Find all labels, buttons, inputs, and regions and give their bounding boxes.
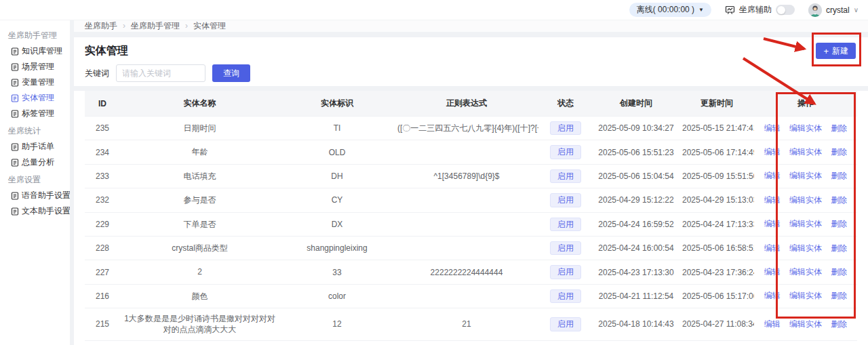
edit-entity-link[interactable]: 编辑实体 — [789, 219, 822, 228]
cell-updated-time: 2025-04-27 11:08:34 — [679, 308, 754, 340]
edit-link[interactable]: 编辑 — [764, 219, 781, 228]
edit-entity-link[interactable]: 编辑实体 — [789, 291, 822, 300]
cell-regex — [395, 284, 538, 308]
delete-link[interactable]: 删除 — [831, 319, 847, 329]
edit-entity-link[interactable]: 编辑实体 — [789, 267, 822, 277]
create-button[interactable]: + 新建 — [816, 43, 856, 59]
status-badge: 启用 — [550, 218, 581, 231]
breadcrumb-item[interactable]: 坐席助手 — [85, 20, 131, 32]
edit-link[interactable]: 编辑 — [764, 291, 781, 300]
edit-entity-link[interactable]: 编辑实体 — [789, 195, 822, 205]
edit-link[interactable]: 编辑 — [764, 171, 781, 180]
cell-entity-name: 参与是否 — [120, 188, 279, 212]
sidebar-entry-label: 实体管理 — [22, 92, 54, 104]
sidebar-entry[interactable]: 总量分析 — [5, 155, 70, 170]
sidebar-entry[interactable]: 场景管理 — [5, 59, 70, 75]
table-row: 227 2 33 2222222224444444 启用 2025-04-23 … — [85, 260, 857, 284]
cell-id: 227 — [85, 260, 120, 284]
cell-regex — [395, 340, 538, 345]
board-chart-icon — [725, 5, 735, 15]
sidebar-entry: 坐席设置 — [5, 172, 70, 188]
cell-status: 启用 — [538, 284, 593, 308]
breadcrumb-item[interactable]: 坐席助手管理 — [131, 20, 193, 32]
document-icon — [11, 110, 19, 118]
sidebar-entry[interactable]: 语音助手设置 — [5, 188, 70, 203]
edit-link[interactable]: 编辑 — [764, 243, 781, 253]
sidebar-entry: 坐席助手管理 — [5, 28, 70, 43]
edit-entity-link[interactable]: 编辑实体 — [789, 123, 822, 133]
cell-created-time: 2025-05-06 15:51:23 — [593, 140, 679, 164]
cell-created-time: 2025-04-21 11:12:54 — [593, 284, 679, 308]
cell-entity-key: 33 — [279, 260, 395, 284]
cell-created-time: 2025-04-24 16:59:52 — [593, 212, 679, 236]
status-badge: 启用 — [550, 145, 581, 159]
agent-status-dropdown[interactable]: 离线( 00:00:00 ) ▼ — [629, 3, 711, 17]
edit-entity-link[interactable]: 编辑实体 — [789, 243, 822, 253]
search-row: 关键词 查询 — [85, 64, 857, 82]
username: crystal — [826, 5, 850, 15]
edit-link[interactable]: 编辑 — [764, 123, 781, 133]
search-button[interactable]: 查询 — [212, 64, 250, 82]
cell-updated-time: 2025-05-09 15:51:50 — [679, 164, 754, 188]
cell-created-time: 2025-04-29 15:12:22 — [593, 188, 679, 212]
edit-entity-link[interactable]: 编辑实体 — [789, 319, 822, 329]
sidebar-entry[interactable]: 助手话单 — [5, 139, 70, 155]
cell-entity-name: 电话填充 — [120, 164, 279, 188]
status-badge: 启用 — [550, 289, 581, 303]
cell-entity-key: 12 — [279, 308, 395, 340]
sidebar-entry[interactable]: 标签管理 — [5, 106, 70, 121]
table-row: 233 电话填充 DH ^1[3456789]\d{9}$ 启用 2025-05… — [85, 164, 857, 188]
cell-entity-key: ce1 — [279, 340, 395, 345]
sidebar-entry: 坐席统计 — [5, 123, 70, 139]
cell-created-time: 2025-04-23 17:13:30 — [593, 260, 679, 284]
delete-link[interactable]: 删除 — [831, 195, 847, 205]
sidebar-entry[interactable]: 实体管理 — [5, 90, 70, 106]
cell-regex: ([〇一二三四五六七八九零]{4}年)([十]?[一二… — [395, 117, 538, 140]
delete-link[interactable]: 删除 — [831, 243, 847, 253]
delete-link[interactable]: 删除 — [831, 267, 847, 277]
sidebar-entry-label: 标签管理 — [22, 108, 54, 119]
keyword-input[interactable] — [116, 64, 205, 82]
cell-entity-name: 下单是否 — [120, 212, 279, 236]
cell-status: 启用 — [538, 164, 593, 188]
sidebar-entry[interactable]: 变量管理 — [5, 75, 70, 90]
status-badge: 启用 — [550, 265, 581, 279]
column-header: 状态 — [538, 91, 593, 117]
delete-link[interactable]: 删除 — [831, 291, 847, 300]
assist-toggle[interactable] — [776, 5, 795, 15]
cell-id: 215 — [85, 308, 120, 340]
table-panel: ID实体名称实体标识正则表达式状态创建时间更新时间操作 235 日期时间 TI … — [74, 91, 868, 345]
edit-link[interactable]: 编辑 — [764, 267, 781, 277]
edit-entity-link[interactable]: 编辑实体 — [789, 147, 822, 157]
delete-link[interactable]: 删除 — [831, 147, 847, 157]
cell-entity-name: 2 — [120, 260, 279, 284]
document-icon — [11, 47, 19, 56]
cell-updated-time: 2025-04-24 17:13:33 — [679, 212, 754, 236]
sidebar-entry-label: 文本助手设置 — [22, 205, 71, 217]
search-panel: 实体管理 关键词 查询 + 新建 — [74, 37, 868, 86]
table-row: 234 年龄 OLD 启用 2025-05-06 15:51:23 2025-0… — [85, 140, 857, 164]
delete-link[interactable]: 删除 — [831, 123, 847, 133]
breadcrumb-item[interactable]: 实体管理 — [193, 20, 226, 32]
cell-regex — [395, 212, 538, 236]
user-menu[interactable]: crystal ∨ — [808, 3, 859, 17]
edit-link[interactable]: 编辑 — [764, 195, 781, 205]
table-row: 235 日期时间 TI ([〇一二三四五六七八九零]{4}年)([十]?[一二…… — [85, 117, 857, 140]
table-row: 213 测1 ce1 启用 2025-02-26 14:51:01 2025-0… — [85, 340, 857, 345]
sidebar-entry[interactable]: 文本助手设置 — [5, 203, 70, 219]
cell-regex: 21 — [395, 308, 538, 340]
cell-actions: 编辑 编辑实体 删除 — [754, 340, 857, 345]
edit-link[interactable]: 编辑 — [764, 147, 781, 157]
cell-regex — [395, 236, 538, 260]
sidebar-entry[interactable]: 知识库管理 — [5, 43, 70, 59]
delete-link[interactable]: 删除 — [831, 171, 847, 180]
cell-actions: 编辑 编辑实体 删除 — [754, 236, 857, 260]
edit-link[interactable]: 编辑 — [764, 319, 781, 329]
edit-entity-link[interactable]: 编辑实体 — [789, 171, 822, 180]
delete-link[interactable]: 删除 — [831, 219, 847, 228]
cell-entity-name: crystal商品类型 — [120, 236, 279, 260]
topbar: 离线( 00:00:00 ) ▼ 坐席辅助 — [0, 0, 868, 20]
status-badge: 启用 — [550, 317, 581, 331]
cell-entity-name: 颜色 — [120, 284, 279, 308]
cell-status: 启用 — [538, 188, 593, 212]
